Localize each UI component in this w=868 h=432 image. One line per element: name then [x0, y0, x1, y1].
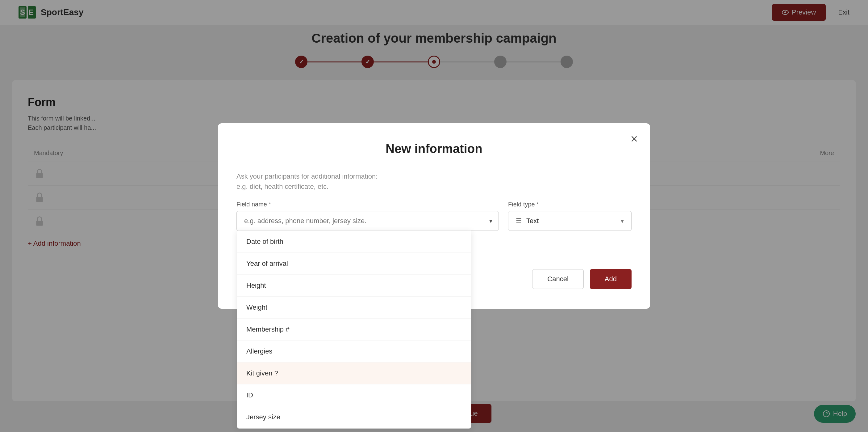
- dropdown-item-date-of-birth[interactable]: Date of birth: [237, 231, 471, 253]
- dropdown-item-jersey-size[interactable]: Jersey size: [237, 406, 471, 428]
- dropdown-item-kit-given[interactable]: Kit given ?: [237, 363, 471, 384]
- field-type-group: Field type * ☰ Text ▾: [508, 201, 631, 231]
- modal-form-row: Field name * ▾ Date of birth Year of arr…: [237, 201, 631, 231]
- field-name-label: Field name *: [237, 201, 499, 208]
- dropdown-item-year-of-arrival[interactable]: Year of arrival: [237, 253, 471, 275]
- dropdown-item-weight[interactable]: Weight: [237, 297, 471, 319]
- field-name-dropdown: Date of birth Year of arrival Height Wei…: [237, 231, 471, 429]
- add-button[interactable]: Add: [590, 269, 631, 289]
- dropdown-item-id[interactable]: ID: [237, 384, 471, 406]
- field-type-icon: ☰: [516, 217, 522, 225]
- modal-description: Ask your participants for additional inf…: [237, 171, 631, 192]
- field-type-label: Field type *: [508, 201, 631, 208]
- modal: × New information Ask your participants …: [218, 123, 650, 309]
- field-name-group: Field name * ▾ Date of birth Year of arr…: [237, 201, 499, 231]
- dropdown-item-membership[interactable]: Membership #: [237, 319, 471, 341]
- cancel-button[interactable]: Cancel: [532, 269, 583, 289]
- field-type-text: Text: [526, 217, 616, 225]
- field-name-wrapper: ▾ Date of birth Year of arrival Height W…: [237, 211, 499, 231]
- field-type-selector[interactable]: ☰ Text ▾: [508, 211, 631, 231]
- field-name-input[interactable]: [237, 211, 489, 231]
- dropdown-item-allergies[interactable]: Allergies: [237, 341, 471, 363]
- modal-close-button[interactable]: ×: [631, 133, 638, 145]
- modal-overlay[interactable]: × New information Ask your participants …: [0, 0, 868, 432]
- field-type-chevron-icon: ▾: [621, 217, 624, 225]
- dropdown-item-height[interactable]: Height: [237, 275, 471, 297]
- modal-title: New information: [237, 142, 631, 156]
- field-name-dropdown-arrow[interactable]: ▾: [489, 217, 498, 225]
